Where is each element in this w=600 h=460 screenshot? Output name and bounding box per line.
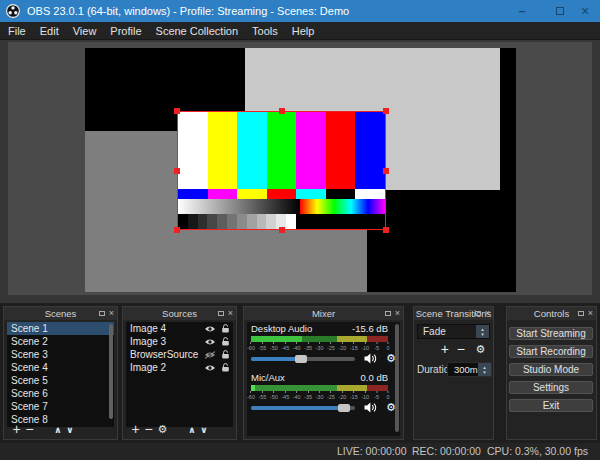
scene-list-item[interactable]: Scene 7 [7,400,114,413]
scene-name: Scene 2 [11,336,48,347]
close-panel-icon[interactable]: × [109,307,114,320]
remove-button[interactable]: − [23,423,36,436]
lock-open-icon[interactable] [221,324,230,333]
selection-handle[interactable] [174,108,180,114]
volume-slider[interactable] [251,406,355,410]
menu-item-view[interactable]: View [66,22,104,40]
menu-item-tools[interactable]: Tools [245,22,285,40]
scene-list-item[interactable]: Scene 3 [7,348,114,361]
color-bar [296,112,326,189]
close-panel-icon[interactable]: × [588,307,593,320]
selection-handle[interactable] [383,227,389,233]
scene-list-item[interactable]: Scene 5 [7,374,114,387]
close-window-button[interactable]: × [568,0,600,22]
add-button[interactable]: + [10,423,23,436]
add-button[interactable]: + [129,423,142,436]
color-cell [296,189,326,199]
remove-transition-button[interactable]: − [457,343,465,356]
eye-visible-icon[interactable] [204,364,216,372]
rainbow-gradient [300,199,385,214]
transition-select-spinner[interactable]: ▴ ▾ [476,325,489,338]
minimize-button[interactable]: – [505,0,539,22]
gray-step [207,214,217,229]
mixer-body: Desktop Audio-15.6 dB-60-55-50-45-40-35-… [247,322,400,436]
menu-item-scene-collection[interactable]: Scene Collection [149,22,246,40]
scenes-scrollbar[interactable] [109,324,113,423]
source-list-item[interactable]: Image 4 [126,322,233,335]
obs-logo-icon [6,4,20,18]
float-panel-icon[interactable] [578,311,584,316]
transitions-panel-titlebar: Scene Transitions × [414,307,493,320]
speaker-icon[interactable] [364,353,377,364]
channel-name: Desktop Audio [251,324,312,334]
source-list-item[interactable]: Image 2 [126,361,233,374]
gray-step [237,214,247,229]
volume-slider[interactable] [251,357,355,361]
remove-button[interactable]: − [142,423,155,436]
start-recording-button[interactable]: Start Recording [509,345,593,358]
selected-source-colorbars[interactable] [177,111,386,230]
volume-slider-row: ⚙ [251,402,388,413]
scene-list-item[interactable]: Scene 1 [7,322,114,335]
preview-area [0,40,600,303]
close-panel-icon[interactable]: × [395,307,400,320]
source-list-item[interactable]: BrowserSource [126,348,233,361]
gray-step [188,214,198,229]
close-panel-icon[interactable]: × [228,307,233,320]
channel-settings-gear-icon[interactable]: ⚙ [386,352,396,365]
start-streaming-button[interactable]: Start Streaming [509,327,593,340]
properties-button[interactable]: ⚙ [155,423,170,436]
float-panel-icon[interactable] [385,311,391,316]
menu-item-help[interactable]: Help [285,22,322,40]
selection-handle[interactable] [383,108,389,114]
source-list-item[interactable]: Image 3 [126,335,233,348]
lock-open-icon[interactable] [221,363,230,372]
image-black-bottom-right[interactable] [367,190,516,292]
lock-open-icon[interactable] [221,350,230,359]
menu-item-edit[interactable]: Edit [33,22,66,40]
selection-handle[interactable] [174,168,180,174]
selection-handle[interactable] [383,168,389,174]
channel-settings-gear-icon[interactable]: ⚙ [386,401,396,414]
menu-item-profile[interactable]: Profile [103,22,148,40]
volume-slider-handle[interactable] [338,404,350,412]
move-up-button[interactable]: ∧ [186,425,198,435]
move-down-button[interactable]: ∨ [64,425,76,435]
close-panel-icon[interactable]: × [485,307,490,320]
selection-handle[interactable] [279,108,285,114]
float-panel-icon[interactable] [99,311,105,316]
gray-gradient [178,199,300,214]
selection-handle[interactable] [279,227,285,233]
duration-spinner[interactable]: ▴ ▾ [478,363,491,376]
exit-button[interactable]: Exit [509,399,593,412]
duration-spinbox[interactable]: 300ms ▴ ▾ [447,362,492,377]
selection-handle[interactable] [174,227,180,233]
controls-buttons: Start StreamingStart RecordingStudio Mod… [509,327,593,417]
eye-visible-icon[interactable] [204,338,216,346]
move-up-button[interactable]: ∧ [52,425,64,435]
settings-button[interactable]: Settings [509,381,593,394]
lock-open-icon[interactable] [221,337,230,346]
scene-list-item[interactable]: Scene 6 [7,387,114,400]
scene-list-item[interactable]: Scene 4 [7,361,114,374]
add-transition-button[interactable]: + [441,343,449,356]
volume-slider-handle[interactable] [295,355,307,363]
meter-tick-label: -25 [327,391,335,402]
eye-hidden-icon[interactable] [204,351,216,359]
studio-mode-button[interactable]: Studio Mode [509,363,593,376]
mixer-scrollbar[interactable] [395,324,399,432]
live-time: LIVE: 00:00:00 [337,443,406,460]
source-name: Image 3 [130,336,166,347]
speaker-icon[interactable] [364,402,377,413]
meter-tick-label: -15 [350,391,358,402]
float-panel-icon[interactable] [218,311,224,316]
scene-list-item[interactable]: Scene 2 [7,335,114,348]
menu-item-file[interactable]: File [1,22,33,40]
transition-properties-button[interactable]: ⚙ [473,343,488,356]
float-panel-icon[interactable] [475,311,481,316]
eye-visible-icon[interactable] [204,325,216,333]
color-cell [178,189,208,199]
color-cell [237,189,267,199]
transition-select[interactable]: Fade ▴ ▾ [417,324,490,339]
move-down-button[interactable]: ∨ [198,425,210,435]
